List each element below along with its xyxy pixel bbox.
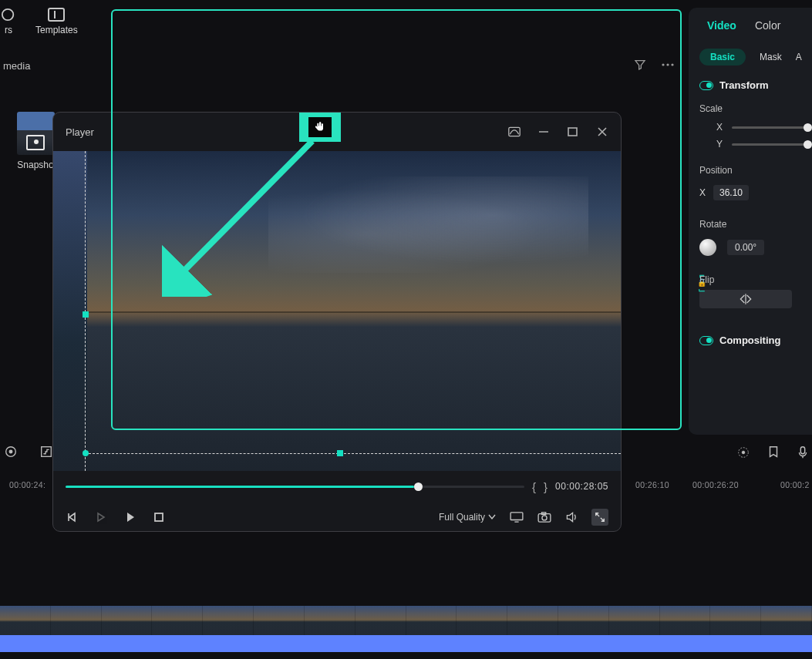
section-compositing: Compositing [719,335,780,346]
screen-icon[interactable] [510,512,524,523]
svg-point-1 [2,9,13,20]
subtab-basic[interactable]: Basic [699,49,746,66]
svg-point-17 [742,451,745,454]
scale-label: Scale [689,99,812,119]
tl-tool-1[interactable] [3,444,19,459]
svg-rect-7 [568,128,577,136]
snapshot-preview [17,112,55,155]
rotate-knob[interactable] [699,239,716,256]
minimize-icon[interactable] [537,126,550,138]
media-search-partial[interactable]: media [0,54,108,77]
nav-stickers-label: rs [5,25,12,35]
subtab-ai-partial[interactable]: A [796,52,802,62]
scale-y-slider[interactable]: Y [689,136,812,153]
expand-icon[interactable] [591,509,608,526]
preview-video-frame [87,151,621,471]
nav-stickers[interactable]: rs [0,8,17,35]
flip-horizontal-button[interactable] [699,290,792,308]
svg-rect-5 [509,127,520,136]
svg-point-14 [9,450,12,453]
position-x-value[interactable]: 36.10 [713,185,749,200]
crop-handle-corner[interactable] [83,450,89,456]
crop-handle-left[interactable] [83,311,89,318]
player-title: Player [66,126,94,138]
nav-templates-label: Templates [35,25,78,35]
tl-tool-2[interactable] [39,444,54,459]
timeline-audio-track[interactable] [0,635,812,652]
svg-point-3 [666,63,669,66]
svg-rect-8 [155,513,163,521]
crop-guide-horizontal[interactable] [85,453,621,454]
tab-color[interactable]: Color [755,19,780,32]
rotate-label: Rotate [689,214,812,234]
snapshot-thumbnail[interactable]: Snapsho [15,112,56,170]
player-window: Player { } 00:00:28:05 [52,112,622,532]
section-transform: Transform [719,79,769,91]
ruler-tick: 00:00:2 [780,480,810,489]
transform-toggle[interactable] [699,81,713,90]
hand-tool-callout [299,113,341,142]
svg-rect-18 [800,447,804,454]
nav-templates[interactable]: Templates [35,8,78,35]
camera-icon[interactable] [537,512,551,523]
ruler-tick: 00:00:24: [9,480,45,489]
play-icon[interactable] [124,511,136,523]
audio-icon[interactable] [565,511,578,523]
subtab-mask[interactable]: Mask [760,52,782,62]
curve-icon[interactable] [508,126,521,138]
filter-icon[interactable] [633,58,647,72]
position-label: Position [689,160,812,180]
scale-x-slider[interactable]: X [689,119,812,136]
tab-video[interactable]: Video [707,19,736,32]
stop-icon[interactable] [153,512,164,523]
timeline-clip-thumbnails[interactable] [0,606,812,635]
color-wheel-icon[interactable] [736,445,750,459]
more-icon[interactable] [661,58,675,72]
templates-icon [48,8,65,22]
scale-lock[interactable]: ⌐ 🔒 ⌙ [693,267,710,298]
position-x-axis: X [699,187,706,198]
play-outline-icon[interactable] [95,511,107,523]
ruler-tick: 00:00:26:20 [692,480,739,489]
maximize-icon[interactable] [567,126,579,138]
chevron-down-icon [488,514,496,520]
properties-panel: Video Color Basic Mask A Transform Scale… [689,8,812,435]
timeline-ruler[interactable]: 00:00:24: 00:26:10 00:00:26:20 00:00:2 [0,473,812,496]
svg-rect-9 [510,513,523,520]
svg-point-11 [542,516,547,520]
svg-point-2 [662,63,664,66]
quality-dropdown[interactable]: Full Quality [439,512,496,523]
rotate-value[interactable]: 0.00° [727,240,764,255]
mic-icon[interactable] [797,445,809,459]
preview-canvas[interactable] [53,151,621,471]
hand-tool-icon[interactable] [308,117,332,137]
ruler-tick: 00:26:10 [635,480,669,489]
crop-handle-bottom[interactable] [337,450,343,456]
marker-icon[interactable] [767,445,780,459]
close-icon[interactable] [596,126,608,138]
step-back-icon[interactable] [66,511,78,523]
compositing-toggle[interactable] [699,336,713,345]
snapshot-label: Snapsho [17,160,53,170]
svg-point-4 [671,63,673,66]
